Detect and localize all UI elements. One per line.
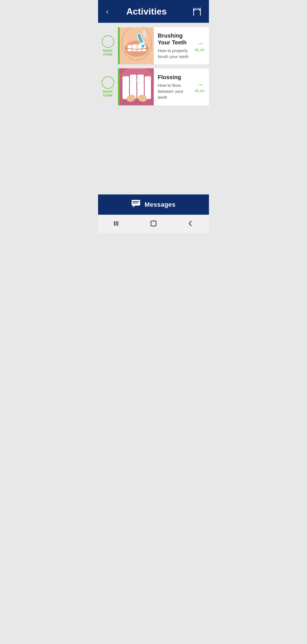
svg-rect-4 <box>196 8 197 9</box>
svg-rect-11 <box>198 8 199 9</box>
svg-rect-18 <box>128 45 132 51</box>
activity-desc-brushing: How to properly brush your teeth <box>158 48 189 60</box>
recents-button[interactable] <box>109 219 125 229</box>
play-label: PLAY <box>195 89 205 93</box>
play-arrow-icon: → <box>196 81 204 89</box>
play-button-flossing[interactable]: → PLAY <box>193 77 209 97</box>
activity-card-flossing[interactable]: Flossing How to floss between your teeth… <box>118 68 209 105</box>
svg-rect-10 <box>197 8 198 9</box>
svg-rect-12 <box>199 8 200 9</box>
svg-rect-19 <box>132 44 137 51</box>
svg-rect-3 <box>195 8 196 9</box>
svg-rect-36 <box>145 76 151 99</box>
chat-bubble-icon <box>131 200 140 208</box>
mark-done-button[interactable] <box>102 35 114 48</box>
svg-rect-51 <box>114 221 115 226</box>
play-button-brushing[interactable]: → PLAY <box>193 36 209 56</box>
activity-title-flossing: Flossing <box>158 74 189 81</box>
mark-done-label: MARKDONE <box>103 49 113 56</box>
activities-list: MARKDONE <box>98 23 209 194</box>
activity-desc-flossing: How to floss between your teeth <box>158 82 189 100</box>
activity-thumbnail-brushing <box>120 27 154 64</box>
svg-rect-15 <box>199 9 200 10</box>
messages-footer[interactable]: Messages <box>98 194 209 215</box>
play-arrow-icon: → <box>196 40 204 48</box>
activity-row: MARKDONE <box>98 27 209 64</box>
home-icon <box>150 220 157 227</box>
system-nav-bar <box>98 215 209 233</box>
app-header: ‹ Activities <box>98 0 209 23</box>
page-title: Activities <box>102 6 191 17</box>
mark-done-button[interactable] <box>102 76 114 89</box>
svg-marker-50 <box>132 206 135 208</box>
messages-icon <box>131 200 140 210</box>
svg-rect-53 <box>117 221 118 226</box>
svg-rect-13 <box>197 9 198 10</box>
recents-icon <box>113 220 120 227</box>
activity-title-brushing: Brushing Your Teeth <box>158 32 189 46</box>
svg-rect-2 <box>194 8 195 9</box>
svg-rect-6 <box>195 9 196 10</box>
mark-done-label: MARKDONE <box>103 90 113 97</box>
svg-rect-54 <box>151 221 156 226</box>
back-nav-icon <box>187 220 194 227</box>
floss-illustration <box>120 68 154 105</box>
activity-info-flossing: Flossing How to floss between your teeth <box>154 70 193 104</box>
svg-rect-14 <box>198 9 199 10</box>
svg-rect-52 <box>116 221 117 226</box>
messages-label: Messages <box>144 201 175 208</box>
activity-row: MARKDONE <box>98 68 209 105</box>
svg-rect-39 <box>138 76 140 84</box>
svg-rect-5 <box>194 9 195 10</box>
activity-info-brushing: Brushing Your Teeth How to properly brus… <box>154 29 193 63</box>
mark-done-column: MARKDONE <box>98 35 118 56</box>
flags-icon <box>191 5 203 18</box>
activity-thumbnail-flossing <box>120 68 154 105</box>
play-label: PLAY <box>195 48 205 52</box>
mark-done-column: MARKDONE <box>98 76 118 97</box>
svg-rect-38 <box>131 76 132 84</box>
activity-card-brushing[interactable]: Brushing Your Teeth How to properly brus… <box>118 27 209 64</box>
back-nav-button[interactable] <box>182 219 198 229</box>
svg-point-30 <box>142 42 145 44</box>
checkered-flags-icon <box>191 5 203 18</box>
svg-rect-37 <box>123 77 125 86</box>
home-button[interactable] <box>146 219 161 229</box>
brush-illustration <box>120 27 154 64</box>
